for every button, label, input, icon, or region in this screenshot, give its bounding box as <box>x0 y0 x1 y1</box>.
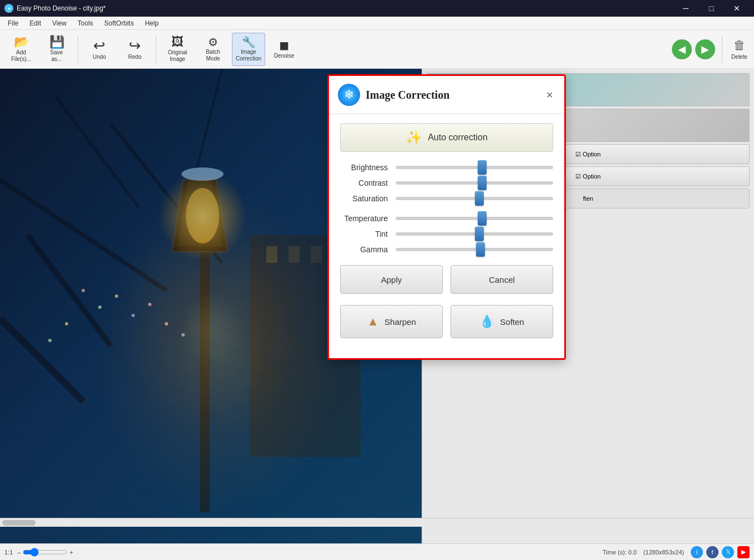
svg-point-18 <box>65 322 68 325</box>
menu-softorbits[interactable]: SoftOrbits <box>99 18 139 28</box>
denoise-icon: ◼ <box>279 39 289 52</box>
facebook-icon[interactable]: f <box>706 546 718 558</box>
previous-button[interactable]: ◀ <box>672 39 692 59</box>
menu-bar: File Edit View Tools SoftOrbits Help <box>0 17 754 30</box>
save-icon: 💾 <box>49 36 64 48</box>
batch-mode-label: Batch Mode <box>206 49 220 62</box>
dimensions-display: (1280x853x24) <box>644 549 684 556</box>
separator-3 <box>722 35 722 63</box>
cancel-button[interactable]: Cancel <box>451 265 553 294</box>
contrast-label: Contrast <box>340 179 396 187</box>
horizontal-scrollbar[interactable] <box>0 518 754 527</box>
brightness-slider[interactable] <box>396 166 553 169</box>
temperature-slider[interactable] <box>396 217 553 220</box>
brightness-thumb[interactable] <box>478 160 487 175</box>
delete-button[interactable]: 🗑 Delete <box>729 36 750 62</box>
delete-label: Delete <box>731 54 747 60</box>
svg-point-13 <box>82 289 85 292</box>
title-bar-left: ★ Easy Photo Denoise - city.jpg* <box>4 4 106 13</box>
toolbar: 📂 Add File(s)... 💾 Save as... ↩ Undo ↪ R… <box>0 30 754 69</box>
main-area: ☑ Option ☑ Option ften ❄ Image Correctio… <box>0 69 754 543</box>
soften-drop-icon: 💧 <box>479 314 494 329</box>
gamma-slider[interactable] <box>396 248 553 251</box>
svg-point-15 <box>115 294 118 298</box>
window-title: Easy Photo Denoise - city.jpg* <box>17 4 106 12</box>
panel-close-button[interactable]: ✕ <box>544 88 555 103</box>
menu-view[interactable]: View <box>47 18 72 28</box>
time-display: Time (s): 0.0 <box>603 549 636 556</box>
scroll-thumb[interactable] <box>2 520 36 526</box>
svg-point-21 <box>181 333 185 337</box>
svg-point-12 <box>181 167 224 181</box>
original-image-button[interactable]: 🖼 Original Image <box>161 33 194 66</box>
batch-mode-icon: ⚙ <box>208 37 218 48</box>
minimize-button[interactable]: ─ <box>673 0 699 17</box>
redo-button[interactable]: ↪ Redo <box>118 33 151 66</box>
sharpen-icon: ▲ <box>367 314 379 329</box>
sharpen-button[interactable]: ▲ Sharpen <box>340 305 443 338</box>
temperature-thumb[interactable] <box>478 211 487 226</box>
undo-button[interactable]: ↩ Undo <box>83 33 116 66</box>
save-as-label: Save as... <box>50 49 63 63</box>
tint-slider[interactable] <box>396 232 553 236</box>
gamma-thumb[interactable] <box>476 242 485 257</box>
temperature-label: Temperature <box>340 214 396 223</box>
add-files-label: Add File(s)... <box>11 49 31 63</box>
auto-correction-button[interactable]: ✨ Auto correction <box>340 123 553 152</box>
saturation-thumb[interactable] <box>475 191 484 206</box>
next-button[interactable]: ▶ <box>695 39 715 59</box>
gamma-label: Gamma <box>340 245 396 254</box>
separator-1 <box>78 35 78 63</box>
zoom-increase-icon[interactable]: + <box>69 549 73 556</box>
svg-rect-24 <box>289 246 300 263</box>
image-correction-panel: ❄ Image Correction ✕ ✨ Auto correction B… <box>327 74 566 360</box>
status-left: 1:1 – + <box>4 548 73 557</box>
tint-thumb[interactable] <box>475 227 484 241</box>
youtube-icon[interactable]: ▶ <box>737 546 750 558</box>
brightness-row: Brightness <box>340 163 553 172</box>
saturation-row: Saturation <box>340 194 553 203</box>
image-correction-button[interactable]: 🔧 Image Correction <box>232 33 265 66</box>
soften-button[interactable]: 💧 Soften <box>451 305 553 338</box>
denoise-label: Denoise <box>274 53 295 59</box>
saturation-label: Saturation <box>340 194 396 203</box>
panel-header: ❄ Image Correction ✕ <box>329 76 564 114</box>
menu-help[interactable]: Help <box>139 18 164 28</box>
zoom-decrease-icon[interactable]: – <box>17 549 21 556</box>
original-image-icon: 🖼 <box>171 36 184 48</box>
auto-correction-label: Auto correction <box>428 133 488 142</box>
panel-body: ✨ Auto correction Brightness Contrast Sa… <box>329 114 564 347</box>
zoom-slider[interactable] <box>23 548 67 557</box>
soften-label: Soften <box>500 317 524 327</box>
maximize-button[interactable]: □ <box>699 0 724 17</box>
svg-point-11 <box>158 171 247 260</box>
svg-point-17 <box>148 303 151 306</box>
twitter-icon[interactable]: 𝕏 <box>722 546 734 558</box>
saturation-slider[interactable] <box>396 197 553 200</box>
sharpen-label: Sharpen <box>384 317 416 327</box>
gamma-row: Gamma <box>340 245 553 254</box>
menu-file[interactable]: File <box>2 18 24 28</box>
panel-title: Image Correction <box>366 89 449 101</box>
info-icon[interactable]: i <box>691 546 703 558</box>
tint-row: Tint <box>340 230 553 238</box>
menu-tools[interactable]: Tools <box>72 18 99 28</box>
undo-label: Undo <box>93 54 106 60</box>
denoise-button[interactable]: ◼ Denoise <box>267 33 301 66</box>
svg-point-20 <box>165 322 168 325</box>
original-image-label: Original Image <box>168 49 187 63</box>
svg-point-19 <box>48 339 52 342</box>
svg-rect-23 <box>266 246 277 263</box>
apply-button[interactable]: Apply <box>340 265 443 294</box>
batch-mode-button[interactable]: ⚙ Batch Mode <box>196 33 230 66</box>
menu-edit[interactable]: Edit <box>24 18 47 28</box>
wand-icon: ✨ <box>406 130 422 145</box>
nav-controls: ◀ ▶ 🗑 Delete <box>672 35 750 63</box>
save-as-button[interactable]: 💾 Save as... <box>40 33 73 66</box>
contrast-slider[interactable] <box>396 181 553 185</box>
separator-2 <box>156 35 156 63</box>
close-button[interactable]: ✕ <box>724 0 750 17</box>
image-correction-label: Image Correction <box>236 49 261 62</box>
add-files-button[interactable]: 📂 Add File(s)... <box>4 33 38 66</box>
contrast-thumb[interactable] <box>478 176 487 190</box>
